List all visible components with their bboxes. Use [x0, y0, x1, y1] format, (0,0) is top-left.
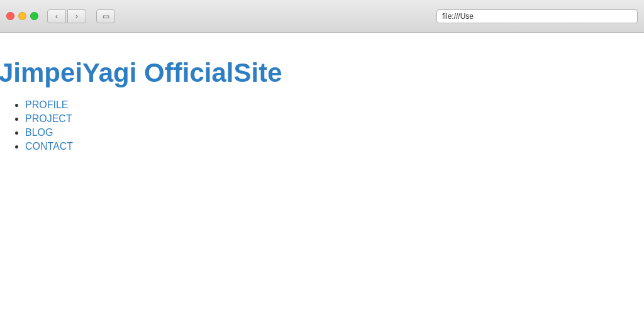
profile-link[interactable]: PROFILE — [25, 99, 68, 110]
browser-content: JimpeiYagi OfficialSite PROFILE PROJECT … — [0, 33, 644, 329]
back-icon: ‹ — [55, 12, 58, 21]
sidebar-icon: ▭ — [103, 12, 109, 21]
address-bar-container: file:///Use — [125, 9, 638, 23]
traffic-lights — [6, 12, 38, 20]
list-item: CONTACT — [25, 141, 644, 152]
blog-link[interactable]: BLOG — [25, 127, 53, 138]
list-item: PROJECT — [25, 113, 644, 125]
minimize-button[interactable] — [18, 12, 26, 20]
sidebar-toggle-button[interactable]: ▭ — [96, 9, 115, 23]
address-bar[interactable]: file:///Use — [436, 9, 638, 23]
nav-buttons: ‹ › — [47, 9, 86, 23]
forward-button[interactable]: › — [67, 9, 86, 23]
close-button[interactable] — [6, 12, 14, 20]
page-content: JimpeiYagi OfficialSite PROFILE PROJECT … — [0, 45, 644, 152]
forward-icon: › — [75, 12, 78, 21]
list-item: BLOG — [25, 127, 644, 138]
browser-window: ‹ › ▭ file:///Use JimpeiYagi OfficialSit… — [0, 0, 644, 329]
address-text: file:///Use — [442, 12, 474, 21]
project-link[interactable]: PROJECT — [25, 113, 72, 124]
list-item: PROFILE — [25, 99, 644, 111]
contact-link[interactable]: CONTACT — [25, 141, 73, 152]
back-button[interactable]: ‹ — [47, 9, 66, 23]
browser-titlebar: ‹ › ▭ file:///Use — [0, 0, 644, 33]
nav-list: PROFILE PROJECT BLOG CONTACT — [0, 99, 644, 152]
site-title: JimpeiYagi OfficialSite — [0, 52, 644, 94]
maximize-button[interactable] — [30, 12, 38, 20]
